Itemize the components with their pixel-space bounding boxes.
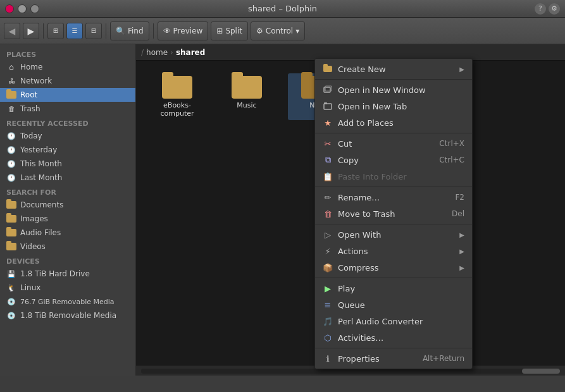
audio-icon <box>6 228 16 238</box>
open-tab-icon <box>323 101 333 111</box>
menu-item-move-to-trash[interactable]: 🗑 Move to Trash Del <box>315 205 472 222</box>
sidebar-item-label: Documents <box>20 200 63 209</box>
create-new-icon <box>323 64 333 74</box>
minimize-button[interactable] <box>18 4 27 13</box>
sidebar-item-label: Yesterday <box>20 145 57 154</box>
menu-sep-6 <box>315 348 472 348</box>
view-icons-button[interactable]: ⊞ <box>47 23 64 39</box>
menu-sep-4 <box>315 224 472 224</box>
sidebar-item-last-month[interactable]: 🕐 Last Month <box>0 171 135 185</box>
breadcrumb-shared[interactable]: shared <box>176 48 205 57</box>
menu-item-open-with[interactable]: ▷ Open With ▶ <box>315 226 472 243</box>
activities-icon: ⬡ <box>323 333 333 343</box>
preview-button[interactable]: 👁 Preview <box>158 21 209 40</box>
trash-icon: 🗑 <box>6 104 16 114</box>
menu-item-perl-audio[interactable]: 🎵 Perl Audio Converter <box>315 313 472 329</box>
menu-item-label: Perl Audio Converter <box>338 317 464 326</box>
recently-header: Recently Accessed <box>0 116 135 129</box>
sidebar-item-home[interactable]: ⌂ Home <box>0 60 135 74</box>
breadcrumb-root-sep: / <box>141 48 144 57</box>
menu-item-rename[interactable]: ✏ Rename… F2 <box>315 189 472 205</box>
find-label: Find <box>128 27 144 35</box>
scrollbar-thumb[interactable] <box>522 369 560 374</box>
split-icon: ⊞ <box>216 27 223 35</box>
removable-1-icon: 💿 <box>6 297 16 307</box>
sidebar-item-root[interactable]: Root <box>0 88 135 102</box>
sidebar-item-documents[interactable]: Documents <box>0 198 135 212</box>
copy-shortcut: Ctrl+C <box>439 156 464 164</box>
file-item-ebooks[interactable]: eBooks-computer <box>149 73 206 120</box>
file-item-music[interactable]: Music <box>218 73 275 120</box>
sidebar-item-this-month[interactable]: 🕐 This Month <box>0 157 135 171</box>
yesterday-icon: 🕐 <box>6 145 16 155</box>
menu-item-label: Open With <box>338 230 452 240</box>
menu-item-activities[interactable]: ⬡ Activities… <box>315 329 472 346</box>
menu-item-actions[interactable]: ⚡ Actions ▶ <box>315 243 472 259</box>
menu-item-label: Paste Into Folder <box>338 172 464 181</box>
open-with-icon: ▷ <box>323 230 333 240</box>
sidebar-item-network[interactable]: 🖧 Network <box>0 74 135 88</box>
this-month-icon: 🕐 <box>6 159 16 169</box>
menu-item-play[interactable]: ▶ Play <box>315 280 472 297</box>
sidebar-item-trash[interactable]: 🗑 Trash <box>0 102 135 116</box>
menu-item-cut[interactable]: ✂ Cut Ctrl+X <box>315 135 472 152</box>
sidebar-item-today[interactable]: 🕐 Today <box>0 129 135 143</box>
hdd-icon: 💾 <box>6 269 16 279</box>
menu-item-add-to-places[interactable]: ★ Add to Places <box>315 114 472 131</box>
file-label-music: Music <box>237 101 256 109</box>
title-bar-actions: ? ⚙ <box>535 3 560 15</box>
search-icon: 🔍 <box>116 27 125 35</box>
dropdown-arrow: ▾ <box>295 27 299 35</box>
menu-item-label: Move to Trash <box>338 209 447 219</box>
menu-item-label: Queue <box>338 300 464 310</box>
sidebar-item-label: 76.7 GiB Removable Media <box>20 298 115 306</box>
menu-item-compress[interactable]: 📦 Compress ▶ <box>315 259 472 276</box>
images-icon <box>6 214 16 224</box>
folder-icon-music <box>232 76 262 99</box>
sidebar-item-yesterday[interactable]: 🕐 Yesterday <box>0 143 135 157</box>
view-compact-button[interactable]: ⊟ <box>85 23 102 39</box>
maximize-button[interactable] <box>30 4 39 13</box>
title-bar-controls <box>5 4 39 13</box>
last-month-icon: 🕐 <box>6 173 16 183</box>
menu-item-label: Cut <box>338 139 434 149</box>
close-button[interactable] <box>5 4 14 13</box>
sidebar-item-videos[interactable]: Videos <box>0 240 135 254</box>
menu-item-label: Actions <box>338 247 452 256</box>
settings-icon[interactable]: ⚙ <box>549 3 560 15</box>
view-details-button[interactable]: ☰ <box>66 23 83 39</box>
search-header: Search For <box>0 185 135 198</box>
breadcrumb-home[interactable]: home <box>146 48 168 57</box>
menu-item-properties[interactable]: ℹ Properties Alt+Return <box>315 350 472 367</box>
sidebar-item-label: Audio Files <box>20 228 61 237</box>
help-icon[interactable]: ? <box>535 3 546 15</box>
forward-button[interactable]: ▶ <box>23 23 39 39</box>
menu-item-label: Compress <box>338 263 452 273</box>
menu-item-copy[interactable]: ⧉ Copy Ctrl+C <box>315 152 472 168</box>
sidebar-item-linux[interactable]: 🐧 Linux <box>0 281 135 295</box>
sidebar-item-audio[interactable]: Audio Files <box>0 226 135 240</box>
gear-icon: ⚙ <box>256 27 263 35</box>
menu-item-queue[interactable]: ≡ Queue <box>315 297 472 313</box>
find-button[interactable]: 🔍 Find <box>110 21 149 40</box>
back-button[interactable]: ◀ <box>4 23 20 39</box>
sidebar-item-label: This Month <box>20 159 62 168</box>
menu-sep-1 <box>315 79 472 80</box>
sidebar-item-label: Today <box>20 132 42 140</box>
sidebar-item-removable-2[interactable]: 💿 1.8 TiB Removable Media <box>0 309 135 322</box>
sidebar-item-hdd[interactable]: 💾 1.8 TiB Hard Drive <box>0 267 135 281</box>
sidebar-item-images[interactable]: Images <box>0 212 135 226</box>
sidebar-item-removable-1[interactable]: 💿 76.7 GiB Removable Media <box>0 295 135 309</box>
split-button[interactable]: ⊞ Split <box>211 21 248 40</box>
removable-2-icon: 💿 <box>6 310 16 321</box>
root-folder-icon <box>6 90 16 100</box>
submenu-arrow: ▶ <box>459 248 464 255</box>
folder-icon-ebooks <box>162 76 192 99</box>
menu-item-create-new[interactable]: Create New ▶ <box>315 61 472 77</box>
sidebar-item-label: Root <box>20 90 37 99</box>
control-button[interactable]: ⚙ Control ▾ <box>251 21 305 40</box>
home-icon: ⌂ <box>6 62 16 72</box>
documents-icon <box>6 200 16 210</box>
menu-item-open-new-tab[interactable]: Open in New Tab <box>315 98 472 114</box>
menu-item-open-new-window[interactable]: Open in New Window <box>315 82 472 98</box>
